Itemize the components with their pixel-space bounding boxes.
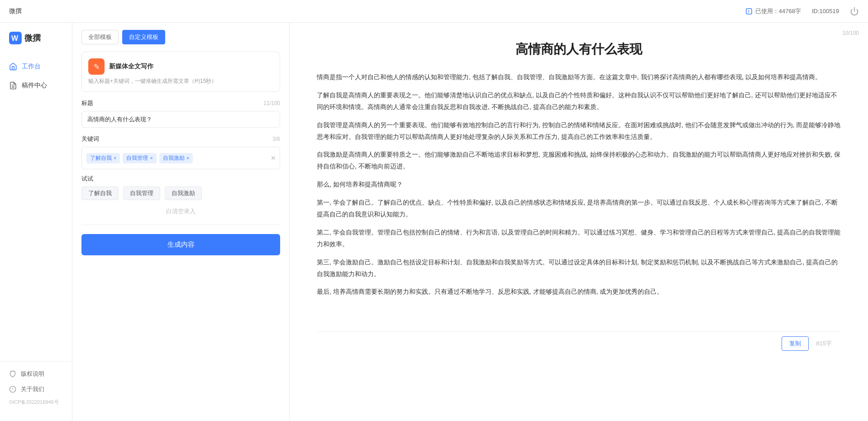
keywords-label: 关键词 — [81, 135, 99, 143]
remove-keyword-1[interactable]: × — [150, 155, 153, 161]
home-icon — [9, 62, 17, 71]
tab-bar: 全部模板 自定义模板 — [72, 23, 289, 44]
content-area: ◀ 全部模板 自定义模板 ✎ 新媒体全文写作 输入标题+关键词，一键准确生成所需… — [72, 23, 868, 421]
topbar: 微撰 T 已使用：44768字 ID:100519 — [0, 0, 868, 23]
keywords-section: 关键词 3/6 了解自我 × 自我管理 × 自我激励 × — [72, 135, 289, 169]
used-count-label: 已使用：44768字 — [755, 7, 801, 15]
article-paragraph-6: 第二, 学会自我管理。管理自己包括控制自己的情绪、行为和言语, 以及管理自己的时… — [317, 227, 841, 250]
topbar-title: 微撰 — [9, 7, 22, 15]
about-label: 关于我们 — [21, 385, 44, 393]
sidebar-item-copyright[interactable]: 版权说明 — [0, 366, 72, 382]
sidebar-item-about[interactable]: 关于我们 — [0, 382, 72, 397]
remove-keyword-2[interactable]: × — [186, 155, 189, 161]
article-paragraph-3: 自我激励是高情商人的重要特质之一。他们能够激励自己不断地追求目标和梦想, 克服困… — [317, 149, 841, 172]
sidebar-item-workbench[interactable]: 工作台 — [0, 58, 72, 75]
keywords-box[interactable]: 了解自我 × 自我管理 × 自我激励 × ✕ — [81, 147, 280, 169]
word-count-badge: 10/100 — [842, 30, 859, 36]
article-paragraph-5: 第一, 学会了解自己。了解自己的优点、缺点、个性特质和偏好, 以及自己的情感状态… — [317, 197, 841, 220]
suggestions-list: 了解自我 自我管理 自我激励 — [81, 187, 280, 200]
divider — [81, 225, 280, 225]
suggestion-chip-2[interactable]: 自我激励 — [165, 187, 202, 200]
copy-button[interactable]: 复制 — [782, 336, 809, 351]
svg-text:W: W — [11, 34, 19, 42]
template-name: 新媒体全文写作 — [109, 62, 153, 71]
article-body: 情商是指一个人对自己和他人的情感的认知和管理能力, 包括了解自我、自我管理、自我… — [317, 72, 841, 298]
tab-custom-templates[interactable]: 自定义模板 — [122, 30, 165, 44]
generate-button[interactable]: 生成内容 — [81, 234, 280, 255]
svg-text:T: T — [748, 10, 750, 13]
text-count-icon: T — [745, 8, 753, 15]
title-section: 标题 11/100 — [72, 99, 289, 128]
article-paragraph-4: 那么, 如何培养和提高情商呢？ — [317, 179, 841, 191]
sidebar-logo: W 微撰 — [0, 32, 72, 58]
info-icon — [9, 386, 16, 393]
template-desc: 输入标题+关键词，一键准确生成所需文章（约15秒） — [88, 77, 273, 85]
sidebar-item-drafts[interactable]: 稿件中心 — [0, 77, 72, 94]
remove-keyword-0[interactable]: × — [114, 155, 116, 161]
suggestion-chip-1[interactable]: 自我管理 — [123, 187, 160, 200]
icp-text: ©ICP备2022016946号 — [0, 397, 72, 407]
keyword-tag-0: 了解自我 × — [86, 153, 120, 163]
topbar-id: ID:100519 — [812, 8, 839, 14]
keywords-count: 3/6 — [272, 136, 280, 142]
file-icon — [9, 81, 17, 90]
topbar-used: T 已使用：44768字 — [745, 7, 801, 15]
article-paragraph-2: 自我管理是高情商人的另一个重要表现。他们能够有效地控制自己的言行和行为, 控制自… — [317, 120, 841, 143]
sidebar: W 微撰 工作台 稿件中心 — [0, 23, 72, 421]
suggestions-label: 试试 — [81, 175, 280, 183]
keyword-tag-2: 自我激励 × — [159, 153, 193, 163]
article-title: 高情商的人有什么表现 — [317, 41, 841, 58]
keywords-label-row: 关键词 3/6 — [81, 135, 280, 143]
logo-icon: W — [9, 32, 22, 44]
title-count: 11/100 — [263, 100, 280, 106]
title-input[interactable] — [81, 111, 280, 128]
left-panel: ◀ 全部模板 自定义模板 ✎ 新媒体全文写作 输入标题+关键词，一键准确生成所需… — [72, 23, 290, 421]
copyright-label: 版权说明 — [21, 370, 44, 378]
article-paragraph-1: 了解自我是高情商人的重要表现之一。他们能够清楚地认识自己的优点和缺点, 以及自己… — [317, 90, 841, 113]
right-panel: 10/100 高情商的人有什么表现 情商是指一个人对自己和他人的情感的认知和管理… — [290, 23, 868, 421]
template-header: ✎ 新媒体全文写作 — [88, 58, 273, 75]
sidebar-bottom: 版权说明 关于我们 ©ICP备2022016946号 — [0, 361, 72, 412]
article-footer: 复制 815字 — [317, 331, 841, 355]
topbar-right: T 已使用：44768字 ID:100519 — [745, 7, 859, 16]
template-icon: ✎ — [88, 58, 105, 75]
sidebar-workbench-label: 工作台 — [22, 62, 41, 71]
tab-all-templates[interactable]: 全部模板 — [81, 30, 119, 44]
sidebar-nav: 工作台 稿件中心 — [0, 58, 72, 361]
article-paragraph-0: 情商是指一个人对自己和他人的情感的认知和管理能力, 包括了解自我、自我管理、自我… — [317, 72, 841, 83]
sidebar-drafts-label: 稿件中心 — [22, 81, 47, 90]
clear-input-link[interactable]: 白清空录入 — [72, 207, 289, 215]
article-paragraph-7: 第三, 学会激励自己。激励自己包括设定目标和计划、自我激励和自我奖励等方式。可以… — [317, 257, 841, 280]
power-icon[interactable] — [850, 7, 859, 16]
keyword-tag-1: 自我管理 × — [123, 153, 156, 163]
main-layout: W 微撰 工作台 稿件中心 — [0, 23, 868, 421]
suggestion-chip-0[interactable]: 了解自我 — [81, 187, 119, 200]
char-count: 815字 — [816, 340, 832, 348]
keywords-clear-button[interactable]: ✕ — [271, 154, 276, 162]
title-label-row: 标题 11/100 — [81, 99, 280, 107]
shield-icon — [9, 370, 16, 378]
suggestions-section: 试试 了解自我 自我管理 自我激励 — [72, 175, 289, 200]
title-label: 标题 — [81, 99, 93, 107]
logo-text: 微撰 — [24, 33, 41, 43]
template-card[interactable]: ✎ 新媒体全文写作 输入标题+关键词，一键准确生成所需文章（约15秒） — [81, 52, 280, 92]
article-paragraph-8: 最后, 培养高情商需要长期的努力和实践。只有通过不断地学习、反思和实践, 才能够… — [317, 286, 841, 298]
